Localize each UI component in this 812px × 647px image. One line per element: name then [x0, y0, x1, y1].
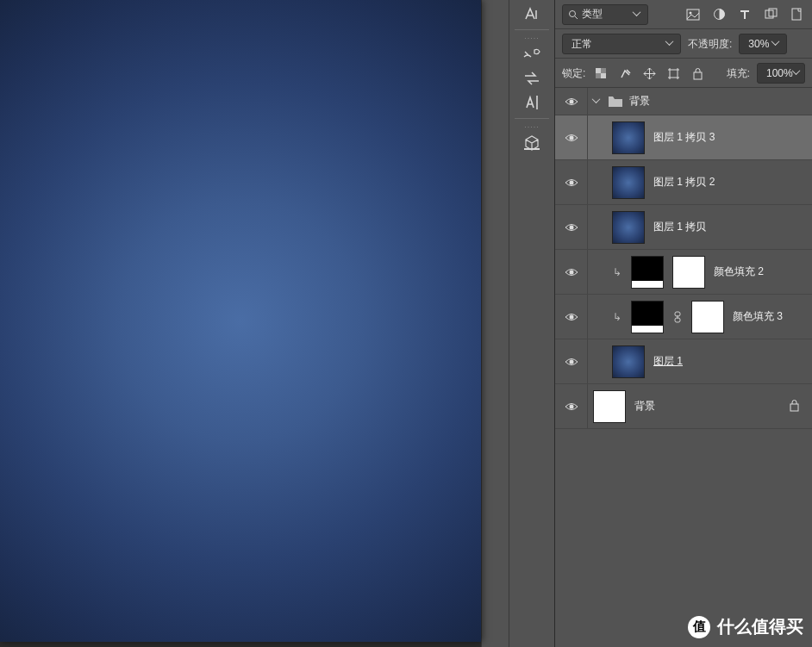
- layer-name[interactable]: 图层 1 拷贝 2: [653, 175, 715, 190]
- lock-transparency-icon[interactable]: [592, 65, 609, 82]
- eye-icon: [565, 267, 578, 277]
- chevron-down-icon: [772, 40, 781, 48]
- filter-row: 类型: [555, 0, 812, 29]
- layer-row[interactable]: ↳ 颜色填充 3: [555, 295, 812, 339]
- filter-pixel-icon[interactable]: [684, 6, 702, 23]
- svg-rect-7: [792, 9, 801, 20]
- filter-shape-icon[interactable]: [762, 6, 779, 23]
- layer-row[interactable]: 图层 1 拷贝: [555, 205, 812, 250]
- lock-icon[interactable]: [789, 399, 800, 414]
- layer-group-row[interactable]: 背景: [555, 88, 812, 115]
- visibility-toggle[interactable]: [555, 160, 588, 204]
- strip-label: ·····: [524, 122, 540, 131]
- lock-artboard-icon[interactable]: [665, 65, 682, 82]
- link-icon[interactable]: [672, 311, 683, 323]
- layer-list: 背景 图层 1 拷贝 3 图层 1 拷贝 2 图层 1 拷贝: [555, 88, 812, 647]
- blend-mode-value: 正常: [572, 37, 592, 52]
- brush-panel-icon[interactable]: [516, 42, 547, 66]
- svg-point-22: [569, 359, 573, 364]
- eye-icon: [565, 222, 578, 233]
- layer-filter-dropdown[interactable]: 类型: [562, 4, 648, 25]
- visibility-toggle[interactable]: [555, 205, 588, 249]
- clip-indicator-icon: ↳: [612, 266, 622, 278]
- svg-point-19: [569, 314, 573, 319]
- layer-row[interactable]: 图层 1 拷贝 2: [555, 160, 812, 205]
- clip-indicator-icon: ↳: [612, 311, 622, 323]
- lock-image-icon[interactable]: [616, 65, 634, 82]
- lock-row: 锁定: 填充: 100%: [555, 59, 812, 88]
- eye-icon: [565, 312, 578, 322]
- layer-name[interactable]: 颜色填充 3: [733, 309, 783, 324]
- svg-point-17: [569, 225, 573, 229]
- eye-icon: [565, 133, 578, 143]
- layer-thumbnail[interactable]: [631, 301, 664, 333]
- group-expand-icon[interactable]: [593, 97, 602, 106]
- opacity-label: 不透明度:: [688, 37, 732, 52]
- visibility-toggle[interactable]: [555, 295, 588, 339]
- lock-label: 锁定:: [562, 66, 585, 81]
- layer-thumbnail[interactable]: [631, 256, 664, 289]
- eye-icon: [565, 357, 578, 367]
- layer-name[interactable]: 图层 1 拷贝 3: [653, 130, 715, 145]
- svg-point-3: [690, 11, 692, 14]
- layer-name[interactable]: 图层 1 拷贝: [653, 220, 706, 234]
- layer-row[interactable]: 图层 1: [555, 339, 812, 384]
- swap-panel-icon[interactable]: [516, 66, 547, 90]
- visibility-toggle[interactable]: [555, 250, 588, 294]
- eye-icon: [565, 401, 578, 412]
- 3d-panel-icon[interactable]: [516, 131, 547, 155]
- layer-row[interactable]: 背景: [555, 384, 812, 429]
- opacity-input[interactable]: 30%: [739, 34, 787, 54]
- svg-rect-12: [670, 70, 678, 78]
- layer-row[interactable]: 图层 1 拷贝 3: [555, 115, 812, 160]
- svg-rect-9: [601, 73, 606, 78]
- svg-rect-11: [596, 73, 601, 78]
- layer-thumbnail[interactable]: [612, 166, 645, 199]
- svg-point-14: [569, 99, 573, 103]
- layer-thumbnail[interactable]: [612, 211, 645, 244]
- svg-rect-13: [694, 72, 702, 79]
- layer-thumbnail[interactable]: [612, 121, 645, 154]
- canvas-area: [0, 0, 481, 647]
- opacity-value: 30%: [748, 38, 769, 50]
- mask-thumbnail[interactable]: [691, 301, 724, 333]
- lock-all-icon[interactable]: [689, 65, 706, 82]
- layer-name[interactable]: 图层 1: [653, 354, 683, 369]
- fill-input[interactable]: 100%: [757, 63, 805, 84]
- layer-name[interactable]: 背景: [634, 399, 655, 414]
- blend-row: 正常 不透明度: 30%: [555, 29, 812, 59]
- eye-icon: [565, 177, 578, 188]
- visibility-toggle[interactable]: [555, 115, 588, 159]
- svg-rect-8: [596, 68, 601, 73]
- vertical-text-icon[interactable]: [516, 90, 547, 115]
- visibility-toggle[interactable]: [555, 384, 588, 428]
- filter-type-label: 类型: [582, 7, 603, 22]
- filter-smart-icon[interactable]: [788, 6, 805, 23]
- canvas-document[interactable]: [0, 0, 481, 642]
- visibility-toggle[interactable]: [555, 88, 588, 115]
- layer-thumbnail[interactable]: [612, 345, 645, 378]
- layer-thumbnail[interactable]: [593, 390, 626, 423]
- fill-label: 填充:: [727, 66, 750, 81]
- layer-name[interactable]: 颜色填充 2: [714, 264, 764, 279]
- lock-position-icon[interactable]: [640, 65, 658, 82]
- filter-type-icon[interactable]: [736, 6, 753, 23]
- svg-point-16: [569, 180, 573, 184]
- panel-gutter: [481, 0, 509, 647]
- blend-mode-dropdown[interactable]: 正常: [562, 34, 681, 54]
- svg-rect-10: [601, 68, 606, 73]
- mask-thumbnail[interactable]: [672, 256, 705, 289]
- watermark-text: 什么值得买: [717, 615, 803, 638]
- character-panel-icon[interactable]: [516, 2, 547, 26]
- group-name[interactable]: 背景: [629, 94, 650, 109]
- visibility-toggle[interactable]: [555, 339, 588, 383]
- svg-point-1: [570, 10, 576, 16]
- watermark-badge: 值: [688, 616, 710, 638]
- filter-adjustment-icon[interactable]: [710, 6, 728, 23]
- svg-point-23: [569, 404, 573, 408]
- svg-rect-24: [790, 404, 798, 411]
- eye-icon: [565, 96, 578, 107]
- search-icon: [568, 9, 578, 20]
- svg-rect-0: [524, 148, 540, 150]
- layer-row[interactable]: ↳ 颜色填充 2: [555, 250, 812, 295]
